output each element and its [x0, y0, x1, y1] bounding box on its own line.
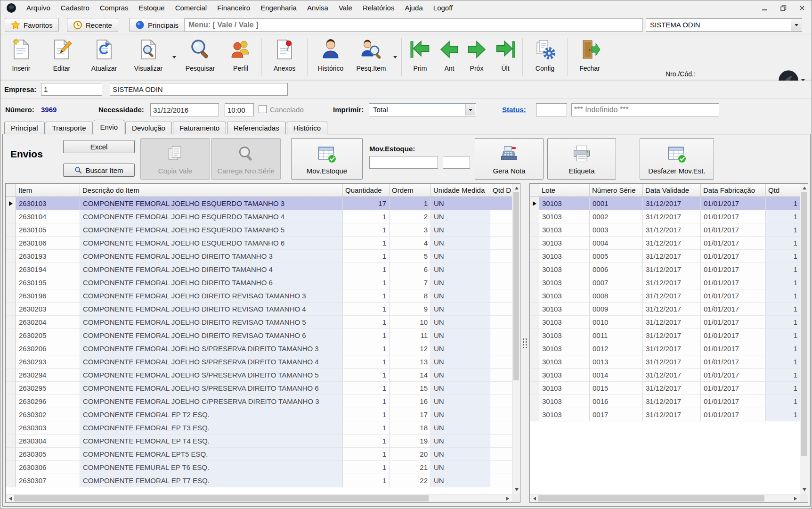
cell[interactable]: 1	[766, 355, 800, 369]
cell[interactable]: 1	[343, 276, 390, 289]
cell[interactable]: 31/12/2017	[643, 408, 701, 421]
cell[interactable]: 0016	[590, 395, 643, 408]
cell[interactable]: 01/01/2017	[701, 223, 766, 237]
cell[interactable]: 2630294	[16, 369, 80, 382]
cell[interactable]: 01/01/2017	[701, 355, 766, 369]
cell[interactable]: 1	[390, 197, 431, 210]
table-row[interactable]: 2630204COMPONENTE FEMORAL JOELHO DIREITO…	[6, 316, 512, 329]
inserir-button[interactable]: Inserir	[0, 34, 42, 80]
column-header[interactable]: Unidade Medida	[431, 184, 490, 197]
cell[interactable]: 2630204	[16, 316, 80, 329]
cell[interactable]: 8	[390, 289, 431, 303]
editar-button[interactable]: Editar	[42, 34, 81, 80]
table-row[interactable]: 2630295COMPONENTE FEMORAL JOELHO S/PRESE…	[6, 382, 512, 395]
menu-item-compras[interactable]: Compras	[95, 0, 134, 16]
table-row[interactable]: 2630194COMPONENTE FEMORAL JOELHO DIREITO…	[6, 263, 512, 276]
cell[interactable]: 2630105	[16, 223, 80, 237]
cell[interactable]: 0008	[590, 289, 643, 303]
anexos-button[interactable]: Anexos	[264, 34, 305, 80]
table-row[interactable]: 2630195COMPONENTE FEMORAL JOELHO DIREITO…	[6, 276, 512, 289]
table-row[interactable]: 30103000731/12/201701/01/20171	[530, 276, 800, 289]
cell[interactable]: UN	[431, 342, 490, 355]
cell[interactable]: 18	[390, 421, 431, 435]
cell[interactable]: 31/12/2017	[643, 210, 701, 223]
cell[interactable]: 31/12/2017	[643, 250, 701, 263]
table-row[interactable]: 2630104COMPONENTE FEMORAL JOELHO ESQUERD…	[6, 210, 512, 223]
menu-item-anvisa[interactable]: Anvisa	[302, 0, 333, 16]
cell[interactable]: 2630304	[16, 435, 80, 448]
proximo-button[interactable]: Próx	[463, 34, 491, 80]
cell[interactable]: 31/12/2017	[643, 276, 701, 289]
cell[interactable]: UN	[431, 263, 490, 276]
cell[interactable]: COMPONENTE FEMORAL JOELHO DIREITO TAMANH…	[80, 263, 343, 276]
cell[interactable]: 30103	[539, 237, 590, 250]
vertical-scrollbar[interactable]	[512, 184, 520, 494]
cell[interactable]: 1	[343, 461, 390, 474]
system-combobox[interactable]: SISTEMA ODIN	[646, 18, 802, 32]
cell[interactable]: COMPONENTE FEMORAL JOELHO S/PRESERVA DIR…	[80, 342, 343, 355]
cell[interactable]: UN	[431, 408, 490, 421]
cell[interactable]: UN	[431, 448, 490, 461]
cell[interactable]: 1	[343, 210, 390, 223]
tab-envio[interactable]: Envio	[94, 120, 125, 134]
table-row[interactable]: 30103000131/12/201701/01/20171	[530, 197, 800, 210]
menu-item-estoque[interactable]: Estoque	[134, 0, 170, 16]
etiqueta-button[interactable]: Etiqueta	[547, 138, 616, 180]
scroll-up-button[interactable]	[512, 184, 520, 192]
cell[interactable]: 0009	[590, 303, 643, 316]
cell[interactable]: 21	[390, 461, 431, 474]
cell[interactable]: 1	[343, 408, 390, 421]
cell[interactable]	[490, 448, 512, 461]
cell[interactable]: UN	[431, 421, 490, 435]
cell[interactable]: 1	[343, 474, 390, 487]
menu-item-comercial[interactable]: Comercial	[170, 0, 212, 16]
cell[interactable]	[490, 369, 512, 382]
cell[interactable]: 01/01/2017	[701, 342, 766, 355]
status-link[interactable]: Status:	[502, 106, 526, 114]
cell[interactable]: 30103	[539, 342, 590, 355]
cell[interactable]: 0005	[590, 250, 643, 263]
cell[interactable]: UN	[431, 250, 490, 263]
cell[interactable]: 1	[343, 382, 390, 395]
cell[interactable]: COMPONENTE FEMORAL JOELHO S/PRESERVA DIR…	[80, 355, 343, 369]
cell[interactable]: COMPONENTE FEMORAL JOELHO S/PRESERVA DIR…	[80, 369, 343, 382]
cell[interactable]: 15	[390, 382, 431, 395]
cell[interactable]: 31/12/2017	[643, 369, 701, 382]
cell[interactable]: 22	[390, 474, 431, 487]
cell[interactable]: COMPONENTE FEMORAL EP T2 ESQ.	[80, 408, 343, 421]
table-row[interactable]: 2630196COMPONENTE FEMORAL JOELHO DIREITO…	[6, 289, 512, 303]
cell[interactable]: 0017	[590, 408, 643, 421]
cell[interactable]	[490, 303, 512, 316]
scroll-left-button[interactable]	[6, 494, 14, 503]
cell[interactable]: 31/12/2017	[643, 289, 701, 303]
cell[interactable]: UN	[431, 197, 490, 210]
close-button[interactable]	[793, 0, 812, 16]
grid-splitter[interactable]	[520, 183, 529, 503]
tab-principal[interactable]: Principal	[4, 122, 45, 134]
scroll-down-button[interactable]	[800, 486, 808, 494]
table-row[interactable]: 2630294COMPONENTE FEMORAL JOELHO S/PRESE…	[6, 369, 512, 382]
menu-item-arquivo[interactable]: Arquivo	[21, 0, 56, 16]
cell[interactable]: 1	[766, 408, 800, 421]
scrollbar-thumb[interactable]	[801, 192, 807, 456]
table-row[interactable]: 2630306COMPONENTE FEMURAL EP T6 ESQ.121U…	[6, 461, 512, 474]
historico-button[interactable]: Histórico	[310, 34, 351, 80]
perfil-button[interactable]: Perfil	[222, 34, 259, 80]
tab-faturamento[interactable]: Faturamento	[173, 122, 226, 134]
cell[interactable]: 1	[343, 250, 390, 263]
cell[interactable]: 0001	[590, 197, 643, 210]
menu-item-financeiro[interactable]: Financeiro	[212, 0, 255, 16]
cell[interactable]	[490, 210, 512, 223]
cell[interactable]: 31/12/2017	[643, 382, 701, 395]
cell[interactable]: 01/01/2017	[701, 382, 766, 395]
cell[interactable]: 31/12/2017	[643, 342, 701, 355]
config-button[interactable]: Config	[525, 34, 565, 80]
cell[interactable]: 2630305	[16, 448, 80, 461]
mov-estoque-input-2[interactable]	[443, 156, 470, 169]
cell[interactable]: 01/01/2017	[701, 250, 766, 263]
cell[interactable]: 0002	[590, 210, 643, 223]
cell[interactable]: UN	[431, 303, 490, 316]
pesq-item-dropdown-arrow[interactable]	[391, 34, 399, 80]
cell[interactable]: 1	[766, 263, 800, 276]
cell[interactable]: UN	[431, 276, 490, 289]
